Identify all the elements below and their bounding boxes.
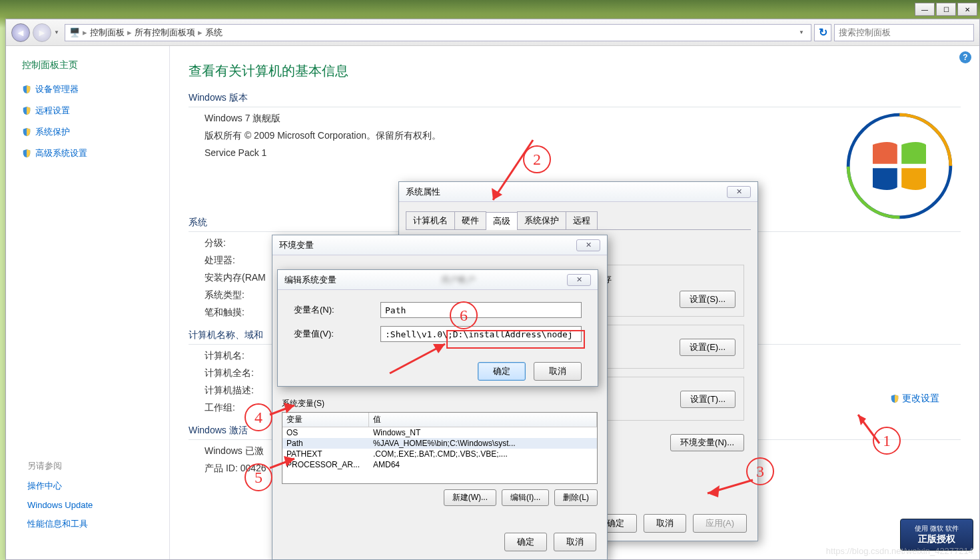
env-sysvars-table[interactable]: 变量 值 OSWindows_NT Path%JAVA_HOME%\bin;C:…	[282, 412, 598, 484]
env-col-val[interactable]: 值	[369, 413, 597, 427]
env-sys-edit-button[interactable]: 编辑(I)...	[502, 489, 549, 506]
env-row-proc-arch[interactable]: PROCESSOR_AR...AMD64	[282, 459, 597, 470]
sidebar-link-protection[interactable]: 系统保护	[22, 126, 153, 138]
sysprops-tabs: 计算机名 硬件 高级 系统保护 远程	[406, 211, 751, 230]
search-input[interactable]	[834, 24, 974, 41]
computer-icon: 🖥️	[69, 27, 80, 37]
forward-button[interactable]: ►	[33, 23, 51, 42]
close-icon[interactable]: ✕	[567, 274, 591, 286]
shield-icon	[22, 127, 31, 137]
refresh-button[interactable]: ↻	[814, 24, 831, 41]
tab-advanced[interactable]: 高级	[486, 212, 518, 230]
edit-ok-button[interactable]: 确定	[478, 362, 526, 381]
shield-icon	[22, 149, 31, 158]
edit-titlebar: 编辑系统变量 用户帐户 ✕	[278, 270, 598, 290]
minimize-button[interactable]: —	[915, 3, 935, 16]
varvalue-label: 变量值(V):	[294, 328, 380, 340]
help-icon[interactable]: ?	[959, 51, 971, 63]
close-icon[interactable]: ✕	[576, 239, 600, 251]
sidebar-footer-link-perf[interactable]: 性能信息和工具	[27, 518, 93, 530]
perf-settings-button[interactable]: 设置(S)...	[680, 291, 735, 308]
startup-settings-button[interactable]: 设置(T)...	[680, 391, 735, 408]
annotation-arrow-5	[266, 453, 300, 473]
sidebar-footer: 另请参阅 操作中心 Windows Update 性能信息和工具	[27, 460, 93, 538]
varname-input[interactable]	[380, 302, 582, 318]
close-button[interactable]: ✕	[957, 3, 977, 16]
sidebar-title: 控制面板主页	[22, 59, 153, 71]
watermark: https://blog.csdn.net/weixin_42277214	[826, 546, 973, 556]
annotation-arrow-3	[700, 473, 759, 507]
env-sys-new-button[interactable]: 新建(W)...	[444, 489, 496, 506]
page-heading: 查看有关计算机的基本信息	[189, 62, 961, 80]
nav-bar: ◄ ► ▼ 🖥️ ▸ 控制面板 ▸ 所有控制面板项 ▸ 系统 ▼ ↻	[6, 19, 979, 46]
env-row-path[interactable]: Path%JAVA_HOME%\bin;C:\Windows\syst...	[282, 438, 597, 449]
annotation-arrow-2	[473, 133, 553, 213]
breadcrumb[interactable]: 🖥️ ▸ 控制面板 ▸ 所有控制面板项 ▸ 系统 ▼	[65, 24, 811, 41]
sidebar-link-advanced[interactable]: 高级系统设置	[22, 147, 153, 159]
sidebar-link-device-manager[interactable]: 设备管理器	[22, 83, 153, 95]
history-dropdown-icon[interactable]: ▼	[54, 29, 62, 35]
tab-computer-name[interactable]: 计算机名	[406, 211, 455, 229]
sysprops-titlebar: 系统属性 ✕	[399, 182, 757, 202]
section-windows-edition: Windows 版本	[189, 92, 961, 107]
sysprops-cancel-button[interactable]: 取消	[644, 514, 686, 533]
env-row-pathext[interactable]: PATHEXT.COM;.EXE;.BAT;.CMD;.VBS;.VBE;...…	[282, 449, 597, 459]
edit-title: 编辑系统变量	[284, 274, 336, 286]
sidebar-footer-link-action-center[interactable]: 操作中心	[27, 480, 93, 492]
breadcrumb-seg-3[interactable]: 系统	[205, 27, 223, 39]
tab-protection[interactable]: 系统保护	[517, 211, 566, 229]
breadcrumb-seg-2[interactable]: 所有控制面板项	[135, 27, 195, 39]
svg-marker-8	[708, 485, 720, 497]
tab-remote[interactable]: 远程	[566, 211, 598, 229]
edit-cancel-button[interactable]: 取消	[534, 362, 582, 381]
annotation-arrow-6	[386, 339, 453, 379]
annotation-arrow-4	[266, 400, 300, 420]
varname-label: 变量名(N):	[294, 304, 380, 316]
windows-logo-icon	[846, 113, 953, 219]
sysprops-title: 系统属性	[406, 186, 440, 198]
sidebar-footer-link-update[interactable]: Windows Update	[27, 500, 93, 510]
env-cancel-button[interactable]: 取消	[554, 533, 596, 551]
annotation-arrow-1	[846, 407, 886, 447]
shield-icon	[890, 394, 899, 403]
sidebar-link-remote[interactable]: 远程设置	[22, 105, 153, 117]
svg-line-5	[493, 140, 533, 200]
env-titlebar: 环境变量 ✕	[272, 235, 607, 255]
userprofile-settings-button[interactable]: 设置(E)...	[680, 339, 735, 356]
sidebar-footer-title: 另请参阅	[27, 460, 93, 472]
env-sys-delete-button[interactable]: 删除(L)	[554, 489, 598, 506]
sidebar: 控制面板主页 设备管理器 远程设置 系统保护 高级系统设置 另请参阅 操作中心 …	[6, 46, 170, 559]
svg-marker-10	[284, 403, 294, 413]
window-titlebar: — ☐ ✕	[0, 0, 980, 19]
close-icon[interactable]: ✕	[727, 186, 751, 198]
env-title: 环境变量	[279, 239, 314, 251]
change-settings-link[interactable]: 更改设置	[890, 393, 939, 405]
env-var-button[interactable]: 环境变量(N)...	[670, 434, 744, 451]
sysprops-apply-button[interactable]: 应用(A)	[693, 514, 747, 533]
maximize-button[interactable]: ☐	[936, 3, 956, 16]
breadcrumb-dropdown-icon[interactable]: ▼	[799, 29, 807, 35]
breadcrumb-seg-1[interactable]: 控制面板	[90, 27, 125, 39]
back-button[interactable]: ◄	[11, 23, 30, 42]
shield-icon	[22, 106, 31, 115]
svg-marker-12	[284, 456, 294, 467]
env-sysvars-title: 系统变量(S)	[282, 398, 598, 409]
tab-hardware[interactable]: 硬件	[454, 211, 486, 229]
shield-icon	[22, 85, 31, 94]
env-row-os[interactable]: OSWindows_NT	[282, 427, 597, 438]
env-ok-button[interactable]: 确定	[504, 533, 547, 551]
